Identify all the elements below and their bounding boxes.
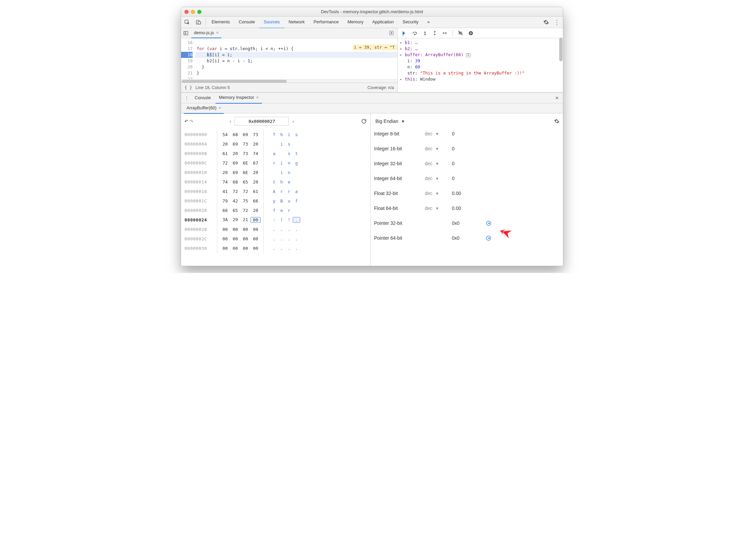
hex-byte[interactable]: 20 [230, 151, 240, 156]
hex-ascii[interactable]: . [278, 236, 285, 241]
hex-byte[interactable]: 61 [220, 151, 230, 156]
hex-ascii[interactable]: n [285, 160, 293, 166]
hex-ascii[interactable] [293, 208, 300, 213]
hex-ascii[interactable]: f [293, 198, 300, 203]
hex-ascii[interactable]: y [270, 198, 278, 203]
hex-ascii[interactable]: i [285, 132, 293, 137]
hex-ascii[interactable]: s [285, 151, 293, 156]
hex-ascii[interactable] [270, 142, 278, 147]
hex-ascii[interactable]: T [270, 132, 278, 137]
hex-ascii[interactable]: h [278, 132, 285, 137]
hex-byte[interactable]: 29 [230, 217, 240, 223]
hex-ascii[interactable]: ) [278, 217, 285, 223]
tab-application[interactable]: Application [368, 16, 398, 28]
hex-byte[interactable]: 00 [220, 246, 230, 251]
step-icon[interactable] [442, 30, 448, 36]
hex-byte[interactable]: 20 [220, 170, 230, 175]
hex-byte[interactable]: 73 [250, 132, 261, 137]
tab-overflow[interactable]: » [423, 16, 434, 28]
hex-row[interactable]: 0000000054686973This [184, 130, 367, 139]
hex-grid[interactable]: 0000000054686973This0000000420697320 is … [184, 130, 367, 253]
file-tab-demo[interactable]: demo-js.js × [191, 28, 221, 38]
hex-ascii[interactable]: . [278, 227, 285, 232]
vertical-scrollbar[interactable] [559, 38, 563, 61]
hex-byte[interactable]: 00 [230, 227, 240, 232]
hex-row[interactable]: 0000001841727261Arra [184, 187, 367, 196]
hex-byte[interactable]: 00 [240, 246, 250, 251]
hex-ascii[interactable]: i [278, 160, 285, 166]
hex-byte[interactable]: 69 [230, 142, 240, 147]
hex-ascii[interactable]: . [270, 227, 278, 232]
hex-ascii[interactable]: a [270, 151, 278, 156]
undo-icon[interactable]: ↶ [184, 119, 188, 124]
hex-byte[interactable]: 00 [240, 236, 250, 241]
hex-byte[interactable]: 20 [250, 142, 261, 147]
hex-byte[interactable]: 69 [230, 160, 240, 166]
value-mode-select[interactable]: dec▾ [425, 206, 452, 211]
prev-address-button[interactable]: ‹ [226, 117, 235, 126]
jump-to-address-icon[interactable] [486, 220, 491, 226]
hex-byte[interactable]: 00 [220, 227, 230, 232]
code-editor[interactable]: 16 17 18 19 20 21 22 for (var i = str.le… [181, 38, 397, 79]
hex-ascii[interactable]: . [293, 236, 300, 241]
hex-byte[interactable]: 00 [250, 236, 261, 241]
hex-ascii[interactable]: f [270, 208, 278, 213]
address-input[interactable] [235, 117, 289, 126]
hex-byte[interactable]: 00 [220, 236, 230, 241]
close-icon[interactable]: × [256, 92, 259, 103]
hex-ascii[interactable]: . [285, 227, 293, 232]
hex-byte[interactable]: 20 [250, 208, 261, 213]
hex-byte[interactable]: 69 [230, 170, 240, 175]
hex-row[interactable]: 0000001C79427566yBuf [184, 196, 367, 206]
hex-byte[interactable]: 67 [250, 160, 261, 166]
hex-byte[interactable]: 75 [240, 198, 250, 203]
hex-byte[interactable]: 6E [240, 160, 250, 166]
hex-byte[interactable]: 00 [240, 227, 250, 232]
hex-ascii[interactable]: u [285, 198, 293, 203]
hex-byte[interactable]: 20 [250, 179, 261, 185]
value-mode-select[interactable]: dec▾ [425, 161, 452, 166]
value-mode-select[interactable]: dec▾ [425, 176, 452, 181]
scope-variables[interactable]: ▸ b1: … ▸ b2: … ▸ buffer: ArrayBuffer(60… [398, 38, 563, 92]
hex-row[interactable]: 0000002800000000.... [184, 224, 367, 234]
inspector-tab-arraybuffer[interactable]: ArrayBuffer(60) × [184, 103, 224, 114]
minimize-window[interactable] [191, 10, 195, 14]
tab-memory[interactable]: Memory [343, 16, 368, 28]
hex-ascii[interactable]: r [270, 160, 278, 166]
hex-byte[interactable]: 00 [230, 236, 240, 241]
drawer-menu-icon[interactable]: ⋮ [183, 95, 190, 101]
zoom-window[interactable] [197, 10, 201, 14]
hex-ascii[interactable]: . [270, 236, 278, 241]
hex-ascii[interactable]: r [278, 189, 285, 194]
step-over-icon[interactable] [412, 30, 418, 36]
hex-byte[interactable]: 6E [240, 170, 250, 175]
hex-ascii[interactable]: r [285, 208, 293, 213]
tab-network[interactable]: Network [284, 16, 309, 28]
hex-ascii[interactable]: . [270, 246, 278, 251]
jump-to-address-icon[interactable] [486, 235, 491, 241]
hex-row[interactable]: 0000000420697320 is [184, 139, 367, 149]
hex-byte[interactable]: 41 [220, 189, 230, 194]
hex-byte[interactable]: 00 [230, 246, 240, 251]
close-window[interactable] [184, 10, 189, 14]
hex-ascii[interactable] [278, 151, 285, 156]
hex-ascii[interactable]: t [293, 151, 300, 156]
value-mode-select[interactable]: dec▾ [425, 191, 452, 196]
hex-ascii[interactable]: . [293, 227, 300, 232]
tab-console[interactable]: Console [234, 16, 259, 28]
hex-row[interactable]: 0000001474686520the [184, 177, 367, 187]
hex-ascii[interactable] [293, 170, 300, 175]
value-mode-select[interactable]: dec▾ [425, 131, 452, 136]
pause-exceptions-icon[interactable] [468, 30, 474, 36]
drawer-tab-memory-inspector[interactable]: Memory Inspector× [216, 92, 262, 104]
gear-icon[interactable] [554, 119, 560, 124]
memory-icon[interactable]: ⠿ [466, 53, 471, 57]
hex-ascii[interactable] [293, 179, 300, 185]
gear-icon[interactable] [543, 19, 549, 25]
hex-byte[interactable]: 79 [220, 198, 230, 203]
hex-ascii[interactable]: s [293, 132, 300, 137]
hex-ascii[interactable]: B [278, 198, 285, 203]
hex-ascii[interactable]: t [270, 179, 278, 185]
hex-byte[interactable]: 68 [230, 132, 240, 137]
drawer-tab-console[interactable]: Console [191, 92, 214, 103]
